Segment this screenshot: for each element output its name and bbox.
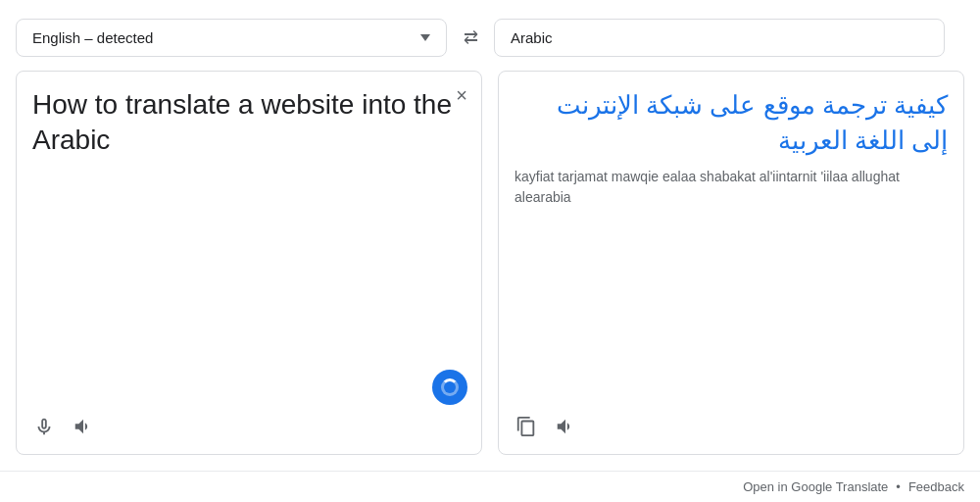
swap-languages-button[interactable]: ⇄ — [447, 16, 494, 59]
spinner-icon — [441, 378, 459, 396]
translated-text-arabic: كيفية ترجمة موقع على شبكة الإنترنت إلى ا… — [514, 87, 948, 159]
footer-dot: • — [896, 479, 901, 494]
transliteration-text: kayfiat tarjamat mawqie ealaa shabakat a… — [514, 167, 948, 208]
main-container: English – detected ⇄ Arabic How to trans… — [0, 0, 980, 471]
source-language-label: English – detected — [32, 29, 153, 46]
source-panel-bottom — [32, 407, 466, 438]
source-language-chevron-icon — [420, 34, 430, 41]
language-row: English – detected ⇄ Arabic — [16, 16, 964, 59]
source-language-selector[interactable]: English – detected — [16, 19, 447, 57]
panels-row: How to translate a website into the Arab… — [16, 71, 964, 455]
target-speaker-button[interactable] — [554, 415, 577, 438]
footer: Open in Google Translate • Feedback — [0, 471, 980, 502]
microphone-button[interactable] — [32, 415, 56, 438]
target-language-selector[interactable]: Arabic — [494, 19, 945, 57]
feedback-link[interactable]: Feedback — [908, 479, 964, 494]
clear-button[interactable]: × — [456, 85, 467, 105]
swap-arrows-icon: ⇄ — [464, 26, 478, 48]
source-text[interactable]: How to translate a website into the Arab… — [32, 87, 466, 407]
target-language-label: Arabic — [511, 29, 553, 46]
open-in-google-translate-link[interactable]: Open in Google Translate — [743, 479, 888, 494]
source-panel: How to translate a website into the Arab… — [16, 71, 482, 455]
listen-button[interactable] — [432, 370, 467, 405]
copy-translation-button[interactable] — [514, 415, 538, 438]
source-speaker-button[interactable] — [72, 415, 95, 438]
target-panel: كيفية ترجمة موقع على شبكة الإنترنت إلى ا… — [498, 71, 964, 455]
target-panel-bottom — [514, 407, 948, 438]
